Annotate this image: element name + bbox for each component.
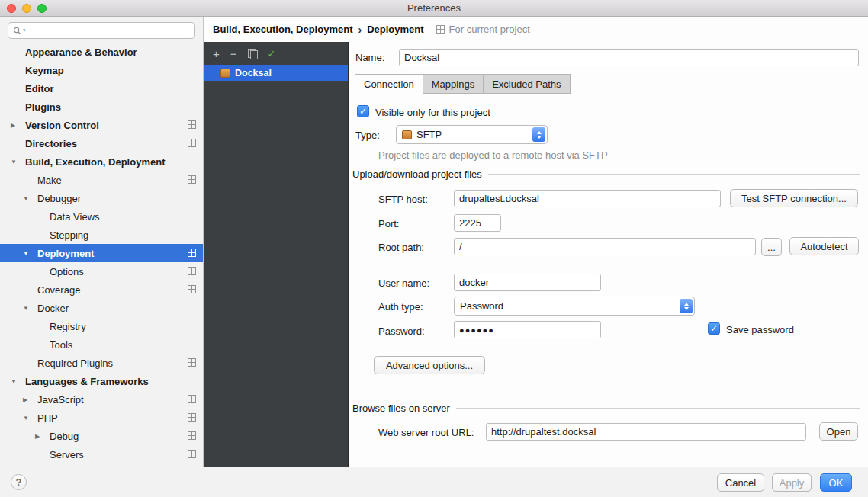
name-label: Name: xyxy=(355,52,384,63)
close-button[interactable] xyxy=(7,4,16,13)
remove-server-button[interactable]: − xyxy=(230,48,237,59)
breadcrumb-parent[interactable]: Build, Execution, Deployment xyxy=(213,24,352,35)
visible-only-checkbox[interactable] xyxy=(357,105,369,117)
search-input[interactable] xyxy=(29,25,190,36)
user-name-input[interactable] xyxy=(454,274,601,291)
sidebar-item-php[interactable]: ▼PHP xyxy=(0,409,203,427)
password-input[interactable] xyxy=(454,321,601,338)
type-label: Type: xyxy=(355,130,380,141)
chevron-down-icon[interactable]: ▼ xyxy=(23,190,37,208)
section-divider xyxy=(488,174,860,175)
content-body: + − ✓ Docksal Name: Connection xyxy=(204,42,868,467)
browse-section-header: Browse files on server xyxy=(352,402,860,414)
tab-mappings[interactable]: Mappings xyxy=(423,74,484,94)
chevron-right-icon[interactable]: ▶ xyxy=(23,391,37,409)
server-list-item[interactable]: Docksal xyxy=(204,65,348,81)
sidebar-item-label: Directories xyxy=(25,138,77,149)
chevron-right-icon[interactable]: ▶ xyxy=(11,117,25,135)
tab-excluded-paths[interactable]: Excluded Paths xyxy=(483,74,570,94)
sidebar-item-make[interactable]: Make xyxy=(0,171,203,189)
web-root-input[interactable] xyxy=(486,423,806,441)
sftp-host-input[interactable] xyxy=(454,190,721,207)
cancel-button[interactable]: Cancel xyxy=(717,473,764,492)
current-project-icon xyxy=(188,413,196,422)
sidebar-item-label: Plugins xyxy=(25,101,61,113)
sidebar-item-registry[interactable]: Registry xyxy=(0,317,203,335)
port-input[interactable] xyxy=(454,214,501,232)
sidebar-item-required-plugins[interactable]: Required Plugins xyxy=(0,354,203,372)
window-title: Preferences xyxy=(0,0,868,16)
sidebar-item-debugger[interactable]: ▼Debugger xyxy=(0,189,203,207)
sidebar-item-label: Docker xyxy=(37,303,69,314)
main-area: ▾ Appearance & BehaviorKeymapEditorPlugi… xyxy=(0,17,868,467)
sidebar-item-editor[interactable]: Editor xyxy=(0,79,203,98)
sidebar-item-options[interactable]: Options xyxy=(0,262,203,281)
sidebar-item-label: Registry xyxy=(50,321,86,332)
settings-search-box[interactable]: ▾ xyxy=(8,22,195,39)
zoom-button[interactable] xyxy=(37,4,47,13)
password-label: Password: xyxy=(378,325,425,337)
sidebar-item-data-views[interactable]: Data Views xyxy=(0,207,203,226)
sidebar-item-keymap[interactable]: Keymap xyxy=(0,61,203,79)
breadcrumb-current[interactable]: Deployment xyxy=(367,24,423,35)
open-button[interactable]: Open xyxy=(819,422,858,441)
current-project-icon xyxy=(188,175,196,184)
test-sftp-connection-button[interactable]: Test SFTP connection... xyxy=(730,189,858,207)
sidebar-item-javascript[interactable]: ▶JavaScript xyxy=(0,390,203,409)
browse-section-label: Browse files on server xyxy=(352,402,450,414)
ok-button[interactable]: OK xyxy=(820,473,852,492)
sidebar-item-version-control[interactable]: ▶Version Control xyxy=(0,116,203,134)
current-project-icon xyxy=(188,431,196,440)
sidebar-item-directories[interactable]: Directories xyxy=(0,134,203,152)
sidebar-item-languages-frameworks[interactable]: ▼Languages & Frameworks xyxy=(0,372,203,390)
current-project-icon xyxy=(188,450,196,458)
sidebar-item-stepping[interactable]: Stepping xyxy=(0,226,203,244)
chevron-down-icon[interactable]: ▼ xyxy=(23,245,37,263)
sidebar-item-label: PHP xyxy=(37,412,58,424)
current-project-icon xyxy=(188,120,196,129)
sidebar-item-label: JavaScript xyxy=(37,394,84,406)
minimize-button[interactable] xyxy=(22,4,31,13)
server-list-panel: + − ✓ Docksal xyxy=(204,42,349,467)
visible-only-label: Visible only for this project xyxy=(375,107,490,118)
web-root-label: Web server root URL: xyxy=(378,427,474,438)
sidebar-item-deployment[interactable]: ▼Deployment xyxy=(0,244,203,262)
browse-root-path-button[interactable]: ... xyxy=(761,238,782,256)
sidebar-item-plugins[interactable]: Plugins xyxy=(0,98,203,116)
use-as-default-button[interactable]: ✓ xyxy=(268,48,276,59)
autodetect-button[interactable]: Autodetect xyxy=(789,237,859,255)
help-button[interactable]: ? xyxy=(11,474,27,490)
chevron-right-icon[interactable]: ▶ xyxy=(35,428,50,446)
apply-button[interactable]: Apply xyxy=(772,473,812,492)
content-area: Build, Execution, Deployment › Deploymen… xyxy=(204,17,868,467)
sidebar-tree: Appearance & BehaviorKeymapEditorPlugins… xyxy=(0,43,203,463)
chevron-down-icon[interactable]: ▼ xyxy=(23,409,37,428)
save-password-label: Save password xyxy=(726,324,794,335)
search-icon xyxy=(13,27,21,35)
advanced-options-button[interactable]: Advanced options... xyxy=(374,356,485,374)
search-history-chevron-icon[interactable]: ▾ xyxy=(23,27,26,34)
sidebar-item-docker[interactable]: ▼Docker xyxy=(0,299,203,317)
footer-bar: ? Cancel Apply OK xyxy=(0,467,868,497)
save-password-checkbox[interactable] xyxy=(708,322,720,335)
check-icon: ✓ xyxy=(268,48,276,59)
root-path-label: Root path: xyxy=(378,242,424,253)
dropdown-stepper-icon xyxy=(532,127,545,142)
name-input[interactable] xyxy=(399,49,859,66)
sidebar-item-debug[interactable]: ▶Debug xyxy=(0,427,203,445)
add-server-button[interactable]: + xyxy=(213,48,220,59)
chevron-down-icon[interactable]: ▼ xyxy=(23,300,37,318)
sidebar-item-servers[interactable]: Servers xyxy=(0,445,203,463)
copy-server-button[interactable] xyxy=(248,49,257,59)
chevron-down-icon[interactable]: ▼ xyxy=(11,373,25,391)
root-path-input[interactable] xyxy=(454,238,756,255)
sidebar-item-build-execution-deployment[interactable]: ▼Build, Execution, Deployment xyxy=(0,152,203,171)
tab-connection[interactable]: Connection xyxy=(355,74,423,94)
sidebar-item-coverage[interactable]: Coverage xyxy=(0,281,203,299)
port-label: Port: xyxy=(378,218,399,229)
chevron-down-icon[interactable]: ▼ xyxy=(11,153,25,172)
sidebar-item-tools[interactable]: Tools xyxy=(0,335,203,354)
sidebar-item-appearance-behavior[interactable]: Appearance & Behavior xyxy=(0,43,203,61)
type-select[interactable]: SFTP xyxy=(396,125,548,144)
auth-type-select[interactable]: Password xyxy=(454,297,695,316)
